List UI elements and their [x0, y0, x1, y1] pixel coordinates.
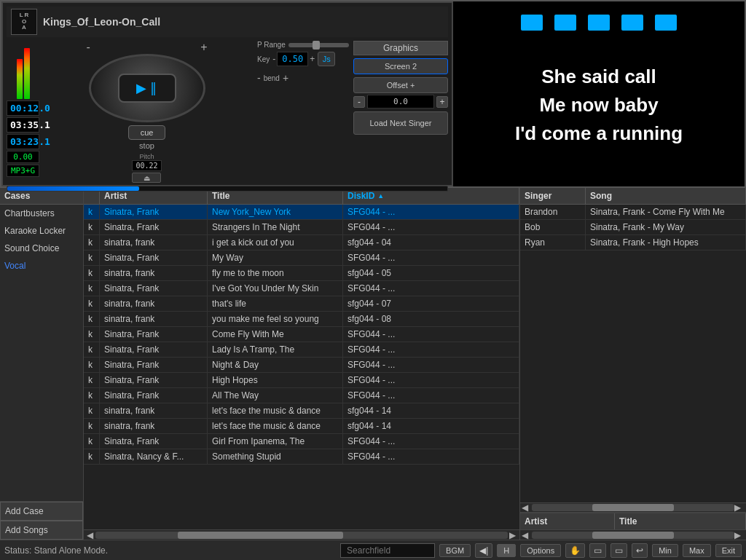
offset-plus[interactable]: +	[436, 96, 448, 108]
song-row-15[interactable]: k Sinatra, Frank Girl From Ipanema, The …	[84, 434, 519, 449]
cue-button[interactable]: cue	[128, 125, 166, 140]
queue-hscroll-track[interactable]	[532, 504, 734, 511]
search-input[interactable]	[340, 543, 435, 558]
queue-scroll-right2[interactable]: ▶	[734, 530, 745, 540]
p-range-slider[interactable]	[288, 43, 349, 47]
song-title-6: that's life	[208, 296, 343, 311]
song-title-11: High Hopes	[208, 373, 343, 387]
scroll-right-btn[interactable]: ▶	[508, 530, 518, 540]
song-row-4[interactable]: k sinatra, frank fly me to the moon sfg0…	[84, 266, 519, 281]
min-button[interactable]: Min	[652, 544, 678, 557]
rectangle-btn-2[interactable]: ▭	[610, 543, 627, 558]
exit-button[interactable]: Exit	[715, 544, 742, 557]
song-row-12[interactable]: k Sinatra, Frank All The Way SFG044 - ..…	[84, 388, 519, 403]
queue-singer-1: Bob	[520, 220, 586, 234]
rectangle-btn-1[interactable]: ▭	[589, 543, 606, 558]
load-next-button[interactable]: Load Next Singer	[353, 111, 448, 135]
scroll-left-btn[interactable]: ◀	[85, 530, 95, 540]
bend-plus[interactable]: +	[283, 72, 288, 84]
song-row-5[interactable]: k Sinatra, Frank I've Got You Under My S…	[84, 281, 519, 296]
jog-button[interactable]: Js	[318, 52, 335, 66]
song-artist-8: Sinatra, Frank	[100, 327, 208, 342]
song-list-hscroll-track[interactable]	[95, 532, 508, 539]
bend-minus[interactable]: -	[257, 72, 261, 84]
case-item-sound-choice[interactable]: Sound Choice	[0, 240, 83, 257]
song-diskid-6: sfg044 - 07	[343, 296, 519, 311]
right-controls: P Range Key - 0.50 + Js	[254, 41, 349, 183]
player-title: Kings_Of_Leon-On_Call	[43, 16, 160, 28]
play-icon: ▶ ‖	[136, 80, 157, 96]
offset-label: Offset +	[353, 77, 448, 93]
song-diskid-14: sfg044 - 14	[343, 419, 519, 433]
song-row-8[interactable]: k Sinatra, Frank Come Fly With Me SFG044…	[84, 327, 519, 342]
song-row-11[interactable]: k Sinatra, Frank High Hopes SFG044 - ...	[84, 373, 519, 388]
jog-wheel[interactable]: ▶ ‖	[89, 54, 205, 122]
dot-3	[588, 15, 610, 31]
graphics-label: Graphics	[353, 41, 448, 55]
queue-scrollbar-h[interactable]: ◀ ▶	[520, 502, 746, 513]
eject-button[interactable]: ⏏	[132, 173, 161, 183]
h-button[interactable]: H	[497, 544, 516, 557]
p-range-area: P Range	[257, 41, 349, 49]
rectangle-btn-3[interactable]: ↩	[632, 543, 648, 558]
song-row-2[interactable]: k sinatra, frank i get a kick out of you…	[84, 235, 519, 251]
queue-scroll-left2[interactable]: ◀	[522, 530, 532, 540]
song-row-14[interactable]: k sinatra, frank let's face the music & …	[84, 419, 519, 434]
case-item-karaoke-locker[interactable]: Karaoke Locker	[0, 222, 83, 240]
queue-search-title-hdr[interactable]: Title	[615, 513, 746, 529]
queue-scrollbar-h2[interactable]: ◀ ▶	[520, 529, 746, 540]
queue-singer-2: Ryan	[520, 235, 586, 250]
song-title-12: All The Way	[208, 388, 343, 403]
queue-col-song[interactable]: Song	[586, 188, 746, 204]
previous-icon-btn[interactable]: ◀|	[475, 543, 492, 558]
case-item-vocal[interactable]: Vocal	[0, 257, 83, 275]
case-item-chartbusters[interactable]: Chartbusters	[0, 205, 83, 222]
minus-btn[interactable]: -	[87, 41, 90, 54]
song-row-16[interactable]: k Sinatra, Nancy & F... Something Stupid…	[84, 449, 519, 465]
queue-row-0[interactable]: Brandon Sinatra, Frank - Come Fly With M…	[520, 205, 746, 220]
bgm-button[interactable]: BGM	[439, 544, 471, 557]
song-diskid-1: SFG044 - ...	[343, 220, 519, 234]
queue-singer-0: Brandon	[520, 205, 586, 219]
queue-row-1[interactable]: Bob Sinatra, Frank - My Way	[520, 220, 746, 235]
screen2-button[interactable]: Screen 2	[353, 58, 448, 74]
queue-hscroll2-track[interactable]	[532, 532, 734, 539]
player-titlebar: L ROA Kings_Of_Leon-On_Call	[7, 7, 448, 37]
song-row-7[interactable]: k sinatra, frank you make me feel so you…	[84, 312, 519, 327]
song-row-13[interactable]: k sinatra, frank let's face the music & …	[84, 403, 519, 419]
max-button[interactable]: Max	[683, 544, 711, 557]
key-minus[interactable]: -	[272, 54, 275, 64]
hand-icon-btn[interactable]: ✋	[565, 543, 585, 558]
queue-scroll-left[interactable]: ◀	[522, 502, 532, 513]
offset-minus[interactable]: -	[353, 96, 365, 108]
progress-bar-fill	[7, 186, 139, 191]
queue-col-singer[interactable]: Singer	[520, 188, 586, 204]
song-row-1[interactable]: k Sinatra, Frank Strangers In The Night …	[84, 220, 519, 235]
lyrics-text: She said call Me now baby I'd come a run…	[515, 31, 683, 179]
lyrics-line-2: Me now baby	[515, 91, 683, 119]
song-row-6[interactable]: k sinatra, frank that's life sfg044 - 07	[84, 296, 519, 312]
player-panel: L ROA Kings_Of_Leon-On_Call 00:12.0 03:3…	[1, 1, 453, 186]
queue-header: Singer Song	[520, 188, 746, 205]
song-artist-1: Sinatra, Frank	[100, 220, 208, 234]
lyrics-panel: She said call Me now baby I'd come a run…	[453, 1, 745, 186]
song-row-3[interactable]: k Sinatra, Frank My Way SFG044 - ...	[84, 251, 519, 266]
play-pause-button[interactable]: ▶ ‖	[118, 74, 176, 103]
queue-scroll-right[interactable]: ▶	[734, 502, 745, 513]
song-type-2: k	[84, 235, 100, 250]
song-artist-7: sinatra, frank	[100, 312, 208, 326]
song-row-9[interactable]: k Sinatra, Frank Lady Is A Tramp, The SF…	[84, 342, 519, 358]
options-button[interactable]: Options	[520, 544, 561, 557]
p-range-thumb	[313, 41, 320, 50]
song-row-0[interactable]: k Sinatra, Frank New York_New York SFG04…	[84, 205, 519, 220]
dot-5	[655, 15, 677, 31]
song-row-10[interactable]: k Sinatra, Frank Night & Day SFG044 - ..…	[84, 358, 519, 373]
queue-row-2[interactable]: Ryan Sinatra, Frank - High Hopes	[520, 235, 746, 251]
plus-btn[interactable]: +	[200, 41, 207, 54]
song-list-scrollbar-h[interactable]: ◀ ▶	[84, 529, 519, 540]
add-songs-button[interactable]: Add Songs	[0, 521, 83, 540]
queue-search-artist-hdr[interactable]: Artist	[520, 513, 615, 529]
key-plus[interactable]: +	[310, 54, 315, 64]
lyrics-line-3: I'd come a running	[515, 119, 683, 148]
add-case-button[interactable]: Add Case	[0, 502, 83, 521]
